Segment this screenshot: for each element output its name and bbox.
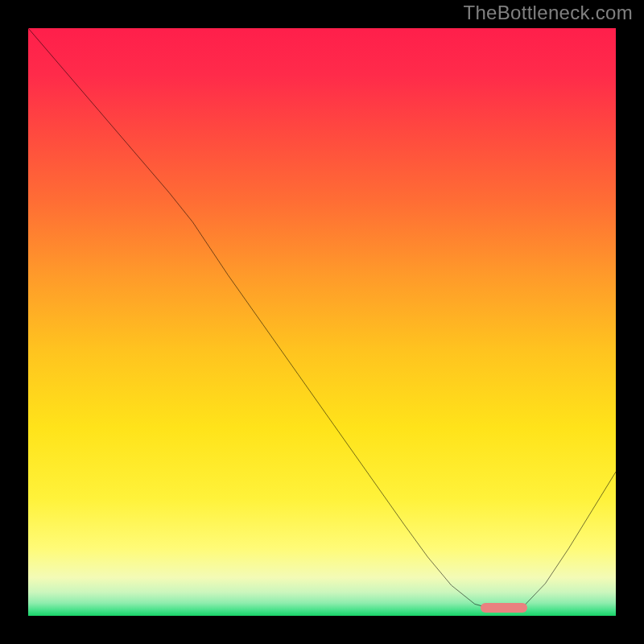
chart-frame: TheBottleneck.com (0, 0, 644, 644)
bottleneck-curve (28, 28, 616, 616)
watermark-label: TheBottleneck.com (463, 2, 633, 24)
optimal-zone-marker (481, 603, 527, 613)
plot-area (28, 28, 616, 616)
